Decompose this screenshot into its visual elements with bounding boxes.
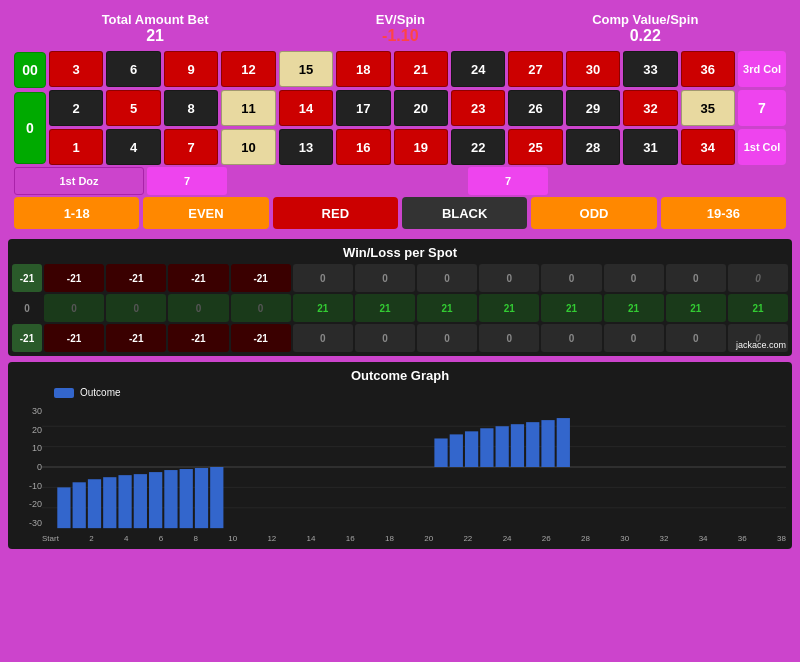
num-35[interactable]: 35 <box>681 90 735 126</box>
y-neg10: -10 <box>14 481 42 491</box>
ev-spin-value: -1.10 <box>376 27 425 45</box>
x-32: 32 <box>659 534 668 543</box>
num-33[interactable]: 33 <box>623 51 677 87</box>
x-4: 4 <box>124 534 128 543</box>
wl-cell-r2c10: 21 <box>604 294 664 322</box>
roulette-area: 00 0 3 6 9 12 15 18 21 24 27 30 33 36 <box>8 49 792 167</box>
bet-red[interactable]: RED <box>273 197 398 229</box>
num-36[interactable]: 36 <box>681 51 735 87</box>
num-6[interactable]: 6 <box>106 51 160 87</box>
wl-cell-r1c9: 0 <box>541 264 601 292</box>
num-25[interactable]: 25 <box>508 129 562 165</box>
num-32[interactable]: 32 <box>623 90 677 126</box>
x-start: Start <box>42 534 59 543</box>
col-3rd[interactable]: 3rd Col <box>738 51 786 87</box>
num-3[interactable]: 3 <box>49 51 103 87</box>
outside-bets-row: 1-18 EVEN RED BLACK ODD 19-36 <box>8 197 792 233</box>
ev-spin-label: EV/Spin <box>376 12 425 27</box>
bet-odd[interactable]: ODD <box>531 197 656 229</box>
num-8[interactable]: 8 <box>164 90 218 126</box>
x-2: 2 <box>89 534 93 543</box>
num-31[interactable]: 31 <box>623 129 677 165</box>
x-axis: Start 2 4 6 8 10 12 14 16 18 20 22 24 26… <box>42 532 786 543</box>
dozen-row: 1st Doz 7 7 <box>8 167 792 197</box>
wl-cell-r1c1: -21 <box>44 264 104 292</box>
num-11[interactable]: 11 <box>221 90 275 126</box>
number-grid: 3 6 9 12 15 18 21 24 27 30 33 36 2 5 <box>49 51 735 165</box>
num-24[interactable]: 24 <box>451 51 505 87</box>
x-28: 28 <box>581 534 590 543</box>
wl-cell-r2c7: 21 <box>417 294 477 322</box>
roulette-section: Total Amount Bet 21 EV/Spin -1.10 Comp V… <box>8 8 792 233</box>
wl-cell-r2c8: 21 <box>479 294 539 322</box>
wl-cell-r3c5: 0 <box>293 324 353 352</box>
wl-cell-r2c2: 0 <box>106 294 166 322</box>
bar-neg-3 <box>88 479 101 528</box>
num-5[interactable]: 5 <box>106 90 160 126</box>
doz-1st[interactable]: 1st Doz <box>14 167 144 195</box>
num-21[interactable]: 21 <box>394 51 448 87</box>
wl-cell-r1c3: -21 <box>168 264 228 292</box>
wl-cell-r1c5: 0 <box>293 264 353 292</box>
comp-value-value: 0.22 <box>592 27 698 45</box>
wl-row-1: -21 -21 -21 -21 -21 0 0 0 0 0 0 0 0 <box>12 264 788 292</box>
bar-pos-9 <box>557 418 570 467</box>
num-27[interactable]: 27 <box>508 51 562 87</box>
x-22: 22 <box>463 534 472 543</box>
bet-19-36[interactable]: 19-36 <box>661 197 786 229</box>
num-4[interactable]: 4 <box>106 129 160 165</box>
num-29[interactable]: 29 <box>566 90 620 126</box>
doz-badge-1[interactable]: 7 <box>147 167 227 195</box>
bet-1-18[interactable]: 1-18 <box>14 197 139 229</box>
bet-black[interactable]: BLACK <box>402 197 527 229</box>
col-2nd-val[interactable]: 7 <box>738 90 786 126</box>
num-23[interactable]: 23 <box>451 90 505 126</box>
zero-00[interactable]: 00 <box>14 52 46 88</box>
num-20[interactable]: 20 <box>394 90 448 126</box>
x-10: 10 <box>228 534 237 543</box>
graph-area: 30 20 10 0 -10 -20 -30 <box>14 402 786 532</box>
wl-cell-r3c1: -21 <box>44 324 104 352</box>
bar-neg-8 <box>164 470 177 528</box>
num-10[interactable]: 10 <box>221 129 275 165</box>
y-10: 10 <box>14 443 42 453</box>
num-17[interactable]: 17 <box>336 90 390 126</box>
num-22[interactable]: 22 <box>451 129 505 165</box>
num-34[interactable]: 34 <box>681 129 735 165</box>
doz-spacer2 <box>551 167 786 195</box>
total-bet-label: Total Amount Bet <box>102 12 209 27</box>
chart-svg <box>42 402 786 532</box>
num-9[interactable]: 9 <box>164 51 218 87</box>
legend-label: Outcome <box>80 387 121 398</box>
bar-neg-11 <box>210 467 223 528</box>
num-30[interactable]: 30 <box>566 51 620 87</box>
stats-row: Total Amount Bet 21 EV/Spin -1.10 Comp V… <box>8 8 792 49</box>
wl-cell-r2c9: 21 <box>541 294 601 322</box>
bar-neg-5 <box>118 475 131 528</box>
wl-cell-r3c4: -21 <box>231 324 291 352</box>
num-26[interactable]: 26 <box>508 90 562 126</box>
num-1[interactable]: 1 <box>49 129 103 165</box>
num-14[interactable]: 14 <box>279 90 333 126</box>
graph-title: Outcome Graph <box>14 368 786 383</box>
col-1st[interactable]: 1st Col <box>738 129 786 165</box>
num-13[interactable]: 13 <box>279 129 333 165</box>
num-12[interactable]: 12 <box>221 51 275 87</box>
num-2[interactable]: 2 <box>49 90 103 126</box>
wl-cell-r1c4: -21 <box>231 264 291 292</box>
total-bet-value: 21 <box>102 27 209 45</box>
wl-left-1: -21 <box>12 264 42 292</box>
num-28[interactable]: 28 <box>566 129 620 165</box>
num-19[interactable]: 19 <box>394 129 448 165</box>
x-14: 14 <box>307 534 316 543</box>
num-15[interactable]: 15 <box>279 51 333 87</box>
x-8: 8 <box>193 534 197 543</box>
doz-badge-2[interactable]: 7 <box>468 167 548 195</box>
zero-0[interactable]: 0 <box>14 92 46 164</box>
x-16: 16 <box>346 534 355 543</box>
num-16[interactable]: 16 <box>336 129 390 165</box>
num-18[interactable]: 18 <box>336 51 390 87</box>
bar-neg-2 <box>73 482 86 528</box>
num-7[interactable]: 7 <box>164 129 218 165</box>
bet-even[interactable]: EVEN <box>143 197 268 229</box>
